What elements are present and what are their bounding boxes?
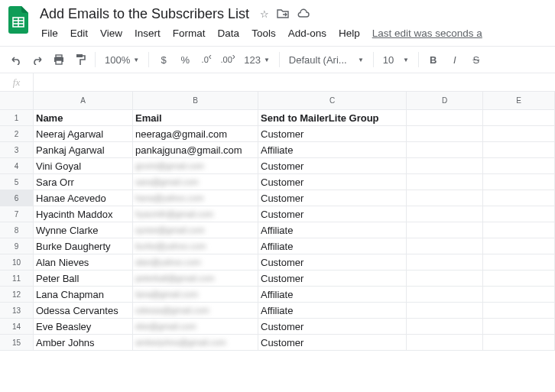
menu-data[interactable]: Data [213,25,245,41]
cell[interactable]: hana@yahoo.com [133,190,258,206]
cell[interactable]: synee@gmail.com [133,222,258,238]
cell[interactable] [407,335,483,351]
cell[interactable]: Hanae Acevedo [34,190,133,206]
cell[interactable]: Amber Johns [34,335,133,351]
cell[interactable]: odessa@gmail.com [133,303,258,319]
row-header[interactable]: 12 [0,287,34,303]
cell[interactable] [483,222,555,238]
cell[interactable] [407,254,483,271]
cell[interactable] [407,319,483,335]
cell[interactable]: Send to MailerLite Group [258,110,407,126]
italic-button[interactable]: I [445,50,465,70]
cell[interactable]: Neeraj Agarwal [34,126,133,142]
menu-tools[interactable]: Tools [247,25,281,41]
cell[interactable]: Affiliate [258,142,407,158]
cell[interactable]: Email [133,110,258,126]
col-header-B[interactable]: B [133,92,258,110]
cell[interactable]: Hyacinth Maddox [34,206,133,222]
cell[interactable]: Burke Daugherty [34,238,133,254]
print-button[interactable] [49,50,69,70]
currency-button[interactable]: $ [154,50,174,70]
cell[interactable]: sara@gmail.com [133,174,258,190]
cell[interactable]: Affiliate [258,238,407,254]
cell[interactable]: peterball@gmail.com [133,271,258,287]
cell[interactable]: Sara Orr [34,174,133,190]
row-header[interactable]: 7 [0,206,34,222]
cell[interactable] [407,303,483,319]
cell[interactable] [483,271,555,287]
cell[interactable]: burke@yahoo.com [133,238,258,254]
strikethrough-button[interactable]: S [466,50,486,70]
row-header[interactable]: 4 [0,158,34,174]
cell[interactable]: Alan Nieves [34,254,133,271]
percent-button[interactable]: % [175,50,195,70]
doc-title[interactable]: Add Emails to the Subscribers List [37,5,252,24]
cell[interactable]: Pankaj Agarwal [34,142,133,158]
bold-button[interactable]: B [424,50,443,70]
row-header[interactable]: 2 [0,126,34,142]
cell[interactable] [407,222,483,238]
cloud-icon[interactable] [297,8,310,20]
last-edit-link[interactable]: Last edit was seconds a [368,25,487,41]
cell[interactable]: Name [34,110,133,126]
row-header[interactable]: 3 [0,142,34,158]
cell[interactable] [483,254,555,271]
col-header-C[interactable]: C [258,92,407,110]
row-header[interactable]: 6 [0,190,34,206]
paint-format-button[interactable] [70,50,90,70]
row-header[interactable]: 13 [0,303,34,319]
menu-edit[interactable]: Edit [66,25,92,41]
zoom-combo[interactable]: 100%▼ [100,50,144,70]
star-icon[interactable]: ☆ [260,8,269,20]
increase-decimal-button[interactable]: .00› [218,50,238,70]
menu-format[interactable]: Format [168,25,210,41]
cell[interactable] [407,190,483,206]
menu-addons[interactable]: Add-ons [284,25,331,41]
row-header[interactable]: 14 [0,319,34,335]
cell[interactable] [483,142,555,158]
select-all-corner[interactable] [0,92,34,110]
col-header-A[interactable]: A [34,92,133,110]
row-header[interactable]: 15 [0,335,34,351]
cell[interactable]: Affiliate [258,303,407,319]
cell[interactable]: Eve Beasley [34,319,133,335]
cell[interactable] [407,158,483,174]
cell[interactable] [483,319,555,335]
menu-file[interactable]: File [37,25,63,41]
menu-help[interactable]: Help [334,25,365,41]
cell[interactable]: Affiliate [258,287,407,303]
redo-button[interactable] [28,50,47,70]
number-format-combo[interactable]: 123▼ [239,50,274,70]
cell[interactable]: govini@gmail.com [133,158,258,174]
cell[interactable] [483,287,555,303]
cell[interactable] [407,287,483,303]
col-header-E[interactable]: E [483,92,555,110]
formula-input[interactable] [34,73,555,91]
cell[interactable] [407,142,483,158]
cell[interactable]: Affiliate [258,222,407,238]
cell[interactable] [483,335,555,351]
cell[interactable]: Customer [258,190,407,206]
row-header[interactable]: 9 [0,238,34,254]
font-combo[interactable]: Default (Ari...▼ [284,50,368,70]
row-header[interactable]: 1 [0,110,34,126]
cell[interactable] [407,126,483,142]
menu-view[interactable]: View [96,25,127,41]
cell[interactable]: amberjohns@gmail.com [133,335,258,351]
cell[interactable] [483,303,555,319]
cell[interactable] [483,206,555,222]
sheets-logo[interactable] [6,5,31,35]
cell[interactable]: Customer [258,271,407,287]
cell[interactable]: lana@gmail.com [133,287,258,303]
cell[interactable]: Customer [258,254,407,271]
cell[interactable]: Peter Ball [34,271,133,287]
row-header[interactable]: 11 [0,271,34,287]
col-header-D[interactable]: D [407,92,483,110]
cell[interactable]: pankajguna@gmail.com [133,142,258,158]
move-icon[interactable] [277,8,289,21]
cell[interactable] [483,238,555,254]
row-header[interactable]: 8 [0,222,34,238]
cell[interactable]: alan@yahoo.com [133,254,258,271]
cell[interactable]: Customer [258,126,407,142]
row-header[interactable]: 10 [0,254,34,271]
